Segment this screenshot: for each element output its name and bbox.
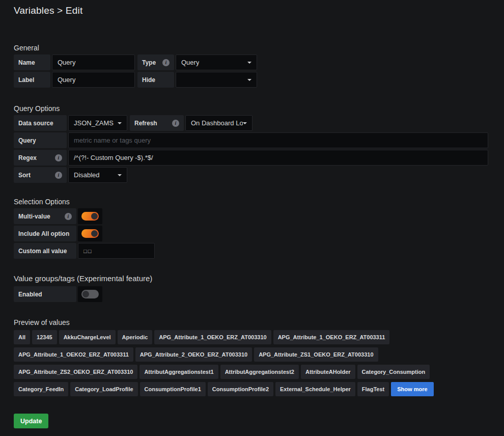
chevron-down-icon (243, 122, 247, 124)
toggle-off-icon (81, 290, 99, 298)
custom-all-value-row: Custom all value (14, 243, 504, 259)
preview-chip[interactable]: APG_Attribute_ZS1_OEKO_ERZ_AT003310 (254, 347, 378, 362)
sort-label-text: Sort (18, 172, 31, 179)
show-more-button[interactable]: Show more (391, 382, 433, 396)
preview-chip[interactable]: All (14, 330, 30, 344)
general-heading: General (14, 44, 504, 52)
preview-chip[interactable]: APG_Attribute_1_OEKO2_ERZ_AT003311 (14, 347, 133, 362)
type-label: Type (137, 54, 174, 70)
toggle-on-icon (81, 229, 99, 238)
sort-row: Sort Disabled (14, 167, 504, 183)
value-groups-heading: Value groups/tags (Experimental feature) (14, 274, 504, 283)
datasource-select[interactable]: JSON_ZAMS (68, 115, 127, 131)
refresh-select[interactable]: On Dashboard Load (185, 115, 253, 131)
chevron-down-icon (118, 174, 122, 176)
section-query-options: Query Options Data source JSON_ZAMS Refr… (14, 104, 504, 183)
multi-value-row: Multi-value (14, 208, 504, 224)
sort-select-value: Disabled (74, 171, 100, 179)
preview-chip[interactable]: AttributAggregationstest2 (220, 365, 299, 379)
preview-chip[interactable]: APG_Attribute_1_OEKO_ERZ_AT003310 (154, 330, 271, 344)
update-button[interactable]: Update (14, 414, 48, 428)
chevron-down-icon (247, 79, 251, 81)
toggle-on-icon (81, 212, 99, 221)
preview-chip[interactable]: APG_Attribute_ZS2_OEKO_ERZ_AT003310 (14, 365, 137, 379)
label-input[interactable] (52, 72, 135, 88)
query-row: Query (14, 132, 504, 148)
type-select[interactable]: Query (176, 54, 257, 70)
preview-chip[interactable]: Category_LoadProfile (70, 382, 137, 396)
enabled-row: Enabled (14, 286, 504, 302)
chevron-down-icon (118, 122, 122, 124)
info-icon[interactable] (65, 213, 72, 220)
query-input[interactable] (68, 132, 488, 148)
multi-value-label-text: Multi-value (18, 213, 50, 220)
general-row-1: Name Type Query (14, 54, 504, 70)
datasource-row: Data source JSON_ZAMS Refresh On Dashboa… (14, 115, 504, 131)
section-value-groups: Value groups/tags (Experimental feature)… (14, 274, 504, 302)
include-all-toggle[interactable] (78, 226, 102, 241)
section-general: General Name Type Query Label Hide (14, 44, 504, 88)
toggle-knob (91, 213, 98, 220)
preview-chip[interactable]: AkkuChargeLevel (59, 330, 116, 344)
custom-all-value-input[interactable] (78, 243, 155, 259)
preview-chip[interactable]: Category_Consumption (357, 365, 430, 379)
section-preview: Preview of values All 12345 AkkuChargeLe… (14, 318, 504, 396)
preview-chip[interactable]: AttributAggregationstest1 (139, 365, 218, 379)
sort-label: Sort (14, 167, 67, 183)
toggle-knob (82, 291, 89, 297)
enabled-toggle[interactable] (78, 286, 102, 302)
preview-chip[interactable]: External_Schedule_Helper (275, 382, 355, 396)
enabled-label: Enabled (14, 286, 76, 302)
info-icon[interactable] (55, 172, 62, 179)
preview-chip[interactable]: APG_Attribute_1_OEKO_ERZ_AT003311 (273, 330, 390, 344)
type-select-value: Query (181, 59, 199, 66)
include-all-label: Include All option (14, 226, 76, 241)
preview-chip[interactable]: FlagTest (357, 382, 389, 396)
refresh-label-text: Refresh (134, 120, 157, 127)
query-options-heading: Query Options (14, 104, 504, 113)
info-icon[interactable] (55, 154, 62, 161)
section-selection-options: Selection Options Multi-value Include Al… (14, 198, 504, 259)
preview-chip[interactable]: 12345 (32, 330, 57, 344)
preview-chip-list: All 12345 AkkuChargeLevel Aperiodic APG_… (14, 330, 477, 396)
info-icon[interactable] (162, 59, 170, 66)
preview-chip[interactable]: Category_FeedIn (14, 382, 68, 396)
label-label: Label (14, 72, 50, 88)
preview-chip[interactable]: ConsumptionProfile2 (208, 382, 273, 396)
type-label-text: Type (142, 59, 156, 66)
selection-options-heading: Selection Options (14, 198, 504, 206)
regex-label-text: Regex (18, 154, 37, 161)
refresh-label: Refresh (130, 115, 184, 131)
hide-select[interactable] (176, 72, 257, 88)
datasource-select-value: JSON_ZAMS (74, 119, 114, 127)
toggle-knob (91, 230, 98, 237)
regex-input[interactable] (68, 150, 488, 166)
regex-row: Regex (14, 150, 504, 166)
name-label: Name (14, 54, 50, 70)
custom-all-value-label: Custom all value (14, 243, 76, 259)
name-input[interactable] (52, 54, 135, 70)
hide-label: Hide (137, 72, 174, 88)
multi-value-label: Multi-value (14, 208, 76, 224)
sort-select[interactable]: Disabled (68, 167, 127, 183)
datasource-label: Data source (14, 115, 67, 131)
refresh-select-value: On Dashboard Load (191, 119, 243, 127)
preview-heading: Preview of values (14, 318, 504, 326)
chevron-down-icon (247, 62, 251, 64)
include-all-row: Include All option (14, 226, 504, 241)
preview-chip[interactable]: Aperiodic (118, 330, 153, 344)
update-button-wrap: Update (14, 414, 504, 428)
preview-chip[interactable]: ConsumptionProfile1 (140, 382, 206, 396)
info-icon[interactable] (172, 120, 179, 127)
preview-chip[interactable]: APG_Attribute_2_OEKO_ERZ_AT003310 (135, 347, 252, 362)
multi-value-toggle[interactable] (78, 208, 102, 224)
query-label: Query (14, 132, 67, 148)
page-title: Variables > Edit (14, 4, 504, 17)
general-row-2: Label Hide (14, 72, 504, 88)
regex-label: Regex (14, 150, 67, 166)
preview-chip[interactable]: AttributeAHolder (301, 365, 355, 379)
